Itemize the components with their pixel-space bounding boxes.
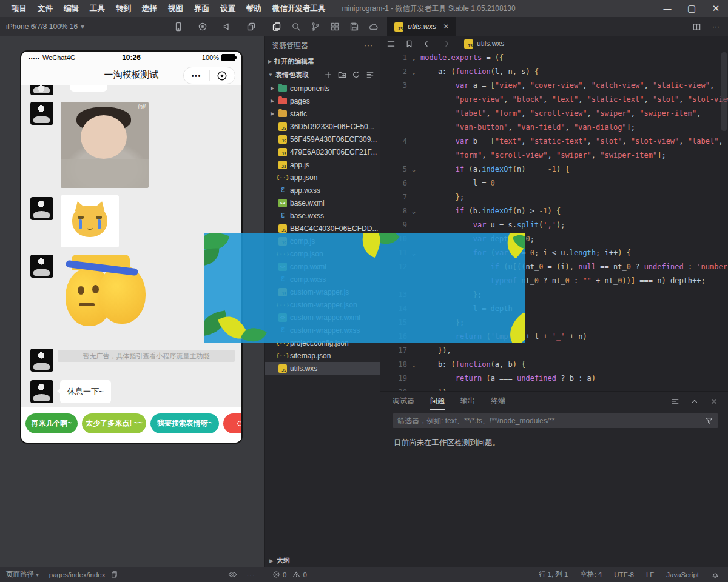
breadcrumb[interactable]: JSutils.wxs — [464, 39, 504, 48]
problems-filter-input[interactable]: 筛选器，例如: text、**/*.ts、!**/node_modules/** — [393, 413, 718, 428]
device-selector[interactable]: iPhone 6/7/8 100% 16 ▾ — [0, 17, 127, 36]
code-line[interactable]: 5⌄ if (a.indexOf(n) === -1) { — [380, 162, 728, 176]
files-icon[interactable] — [272, 22, 281, 32]
panel-tab-问题[interactable]: 问题 — [430, 392, 445, 410]
file-row-479E6A8230F06ECF21F...[interactable]: JS479E6A8230F06ECF21F... — [265, 146, 380, 158]
bell-icon[interactable] — [711, 570, 720, 579]
code-line[interactable]: 9 var u = s.split(','); — [380, 218, 728, 232]
code-line[interactable]: 18⌄ b: (function(a, b) { — [380, 358, 728, 372]
new-folder-icon[interactable] — [338, 70, 346, 79]
file-row-56F459A430F06ECF309...[interactable]: JS56F459A430F06ECF309... — [265, 133, 380, 146]
panel-tab-终端[interactable]: 终端 — [491, 392, 505, 410]
code-line[interactable]: 3 var a = ["view", "cover-view", "catch-… — [380, 79, 728, 93]
fold-chevron-icon[interactable]: ⌄ — [407, 358, 420, 372]
share-refresh-icon[interactable] — [236, 420, 242, 427]
action-button[interactable]: 太少了多来点! ~~ — [82, 413, 146, 433]
status-item[interactable]: LF — [646, 571, 654, 578]
problems-counts[interactable]: 0 0 — [264, 570, 380, 578]
file-row-components[interactable]: ▶components — [265, 82, 380, 95]
file-row-pages[interactable]: ▶pages — [265, 95, 380, 107]
code-line[interactable]: 7 }; — [380, 190, 728, 204]
file-row-base.wxml[interactable]: <>base.wxml — [265, 196, 380, 209]
tab-utils-wxs[interactable]: JS utils.wxs ✕ — [387, 17, 456, 36]
fold-chevron-icon[interactable]: ⌄ — [407, 204, 420, 218]
mute-icon[interactable] — [222, 22, 232, 32]
forward-arrow-icon[interactable] — [441, 39, 450, 48]
more-dots-icon[interactable]: ••• — [184, 72, 209, 79]
menu-工具[interactable]: 工具 — [84, 0, 110, 17]
eye-icon[interactable] — [228, 570, 237, 579]
file-row-app.json[interactable]: {··}app.json — [265, 171, 380, 184]
menu-帮助[interactable]: 帮助 — [241, 0, 267, 17]
menu-设置[interactable]: 设置 — [215, 0, 241, 17]
file-row-app.wxss[interactable]: 3app.wxss — [265, 184, 380, 196]
explorer-section-open-editors[interactable]: ▶打开的编辑器 — [265, 55, 380, 68]
collapse-all-icon[interactable] — [366, 70, 374, 79]
baby-gif-image[interactable]: lol! — [61, 102, 149, 188]
outline-section[interactable]: ▶ 大纲 — [265, 554, 380, 567]
list-icon[interactable] — [386, 39, 396, 48]
exit-target-icon[interactable] — [210, 70, 235, 81]
code-line[interactable]: 8⌄ if (b.indexOf(n) > -1) { — [380, 204, 728, 218]
action-button[interactable]: 再来几个啊~ — [25, 413, 78, 433]
close-icon[interactable] — [710, 397, 718, 406]
git-branch-icon[interactable] — [311, 22, 320, 32]
doge-sticker-image[interactable] — [61, 195, 119, 247]
split-editor-icon[interactable] — [692, 22, 701, 32]
capsule-menu[interactable]: ••• — [183, 67, 235, 84]
code-line[interactable]: 17 }), — [380, 344, 728, 358]
phone-icon[interactable] — [174, 22, 183, 32]
layers-icon[interactable] — [246, 22, 256, 32]
code-line[interactable]: "form", "scroll-view", "swiper", "swiper… — [380, 149, 728, 162]
copy-icon[interactable] — [110, 570, 118, 578]
action-button[interactable]: 分享 — [223, 413, 241, 433]
record-icon[interactable] — [198, 22, 207, 32]
file-row-base.wxss[interactable]: 3base.wxss — [265, 209, 380, 222]
status-item[interactable]: UTF-8 — [614, 571, 634, 578]
fold-chevron-icon[interactable]: ⌄ — [407, 162, 420, 176]
refresh-icon[interactable] — [352, 70, 360, 79]
butt-emoji-image[interactable] — [61, 255, 152, 340]
menu-选择[interactable]: 选择 — [136, 0, 163, 17]
fold-chevron-icon[interactable]: ⌄ — [407, 65, 420, 79]
panel-lines-icon[interactable] — [671, 397, 679, 406]
code-line[interactable]: 1⌄module.exports = ({ — [380, 51, 728, 65]
back-arrow-icon[interactable] — [423, 39, 432, 48]
menu-视图[interactable]: 视图 — [163, 0, 189, 17]
chevron-up-icon[interactable] — [690, 397, 699, 406]
new-file-icon[interactable] — [324, 70, 332, 79]
file-row-app.js[interactable]: JSapp.js — [265, 158, 380, 171]
editor-scrollbar[interactable] — [721, 52, 727, 131]
status-item[interactable]: 行 1, 列 1 — [539, 570, 568, 579]
extensions-icon[interactable] — [330, 22, 340, 32]
more-icon[interactable]: ··· — [712, 22, 720, 31]
funnel-icon[interactable] — [705, 416, 713, 426]
code-line[interactable]: 4 var b = ["text", "static-text", "slot"… — [380, 135, 728, 149]
save-icon[interactable] — [349, 22, 359, 32]
action-button[interactable]: 我要搜索表情呀~ — [150, 413, 219, 433]
code-line[interactable]: 19 return (a === undefined ? b : a) — [380, 372, 728, 386]
code-line[interactable]: 20 }) — [380, 386, 728, 391]
menu-编辑[interactable]: 编辑 — [58, 0, 84, 17]
menu-项目[interactable]: 项目 — [6, 0, 32, 17]
code-line[interactable]: "pure-view", "block", "text", "static-te… — [380, 93, 728, 107]
code-line[interactable]: "label", "form", "scroll-view", "swiper"… — [380, 107, 728, 121]
menu-微信开发者工具[interactable]: 微信开发者工具 — [267, 0, 331, 17]
file-row-utils.wxs[interactable]: JSutils.wxs — [265, 362, 380, 375]
code-line[interactable]: 2⌄ a: (function(l, n, s) { — [380, 65, 728, 79]
close-button[interactable]: ✕ — [704, 0, 728, 17]
menu-界面[interactable]: 界面 — [189, 0, 215, 17]
status-item[interactable]: 空格: 4 — [581, 570, 602, 579]
minimize-button[interactable]: — — [655, 0, 679, 17]
page-path-dropdown[interactable]: 页面路径 ▾ — [6, 570, 39, 579]
menu-文件[interactable]: 文件 — [32, 0, 58, 17]
code-line[interactable]: 6 l = 0 — [380, 176, 728, 190]
fold-chevron-icon[interactable]: ⌄ — [407, 51, 420, 65]
panel-tab-调试器[interactable]: 调试器 — [393, 392, 414, 410]
panel-tab-输出[interactable]: 输出 — [460, 392, 475, 410]
code-line[interactable]: "van-button", "van-field", "van-dialog"]… — [380, 121, 728, 135]
more-icon[interactable]: ··· — [247, 571, 256, 578]
cloud-icon[interactable] — [369, 22, 379, 32]
file-row-sitemap.json[interactable]: {··}sitemap.json — [265, 349, 380, 362]
tab-close-icon[interactable]: ✕ — [443, 22, 449, 31]
